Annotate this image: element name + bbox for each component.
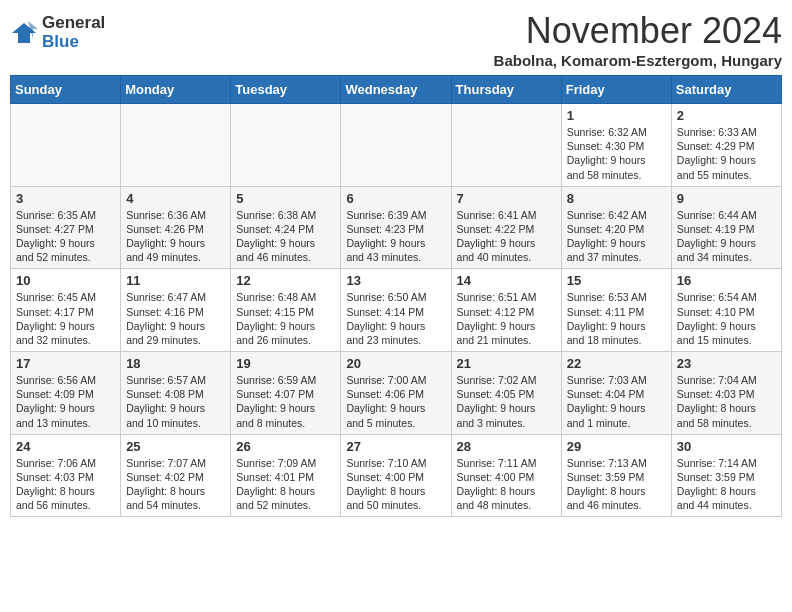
day-number: 2: [677, 108, 776, 123]
calendar-week-5: 24Sunrise: 7:06 AM Sunset: 4:03 PM Dayli…: [11, 434, 782, 517]
calendar-cell: 15Sunrise: 6:53 AM Sunset: 4:11 PM Dayli…: [561, 269, 671, 352]
day-info: Sunrise: 6:47 AM Sunset: 4:16 PM Dayligh…: [126, 290, 225, 347]
weekday-header-monday: Monday: [121, 76, 231, 104]
day-info: Sunrise: 6:38 AM Sunset: 4:24 PM Dayligh…: [236, 208, 335, 265]
month-title: November 2024: [494, 10, 782, 52]
calendar-cell: 23Sunrise: 7:04 AM Sunset: 4:03 PM Dayli…: [671, 352, 781, 435]
weekday-header-friday: Friday: [561, 76, 671, 104]
day-number: 20: [346, 356, 445, 371]
logo-icon: [10, 19, 38, 47]
page-header: General Blue November 2024 Babolna, Koma…: [10, 10, 782, 69]
weekday-header-tuesday: Tuesday: [231, 76, 341, 104]
calendar-cell: [11, 104, 121, 187]
day-info: Sunrise: 6:45 AM Sunset: 4:17 PM Dayligh…: [16, 290, 115, 347]
calendar-cell: [231, 104, 341, 187]
calendar-cell: 16Sunrise: 6:54 AM Sunset: 4:10 PM Dayli…: [671, 269, 781, 352]
calendar-cell: [121, 104, 231, 187]
day-info: Sunrise: 6:44 AM Sunset: 4:19 PM Dayligh…: [677, 208, 776, 265]
calendar-cell: 8Sunrise: 6:42 AM Sunset: 4:20 PM Daylig…: [561, 186, 671, 269]
calendar-cell: 18Sunrise: 6:57 AM Sunset: 4:08 PM Dayli…: [121, 352, 231, 435]
calendar-cell: 2Sunrise: 6:33 AM Sunset: 4:29 PM Daylig…: [671, 104, 781, 187]
calendar-cell: 10Sunrise: 6:45 AM Sunset: 4:17 PM Dayli…: [11, 269, 121, 352]
day-number: 19: [236, 356, 335, 371]
weekday-header-thursday: Thursday: [451, 76, 561, 104]
day-info: Sunrise: 7:13 AM Sunset: 3:59 PM Dayligh…: [567, 456, 666, 513]
day-info: Sunrise: 6:54 AM Sunset: 4:10 PM Dayligh…: [677, 290, 776, 347]
day-number: 10: [16, 273, 115, 288]
day-info: Sunrise: 6:57 AM Sunset: 4:08 PM Dayligh…: [126, 373, 225, 430]
calendar-cell: 22Sunrise: 7:03 AM Sunset: 4:04 PM Dayli…: [561, 352, 671, 435]
calendar-cell: 7Sunrise: 6:41 AM Sunset: 4:22 PM Daylig…: [451, 186, 561, 269]
day-info: Sunrise: 6:41 AM Sunset: 4:22 PM Dayligh…: [457, 208, 556, 265]
calendar-cell: [451, 104, 561, 187]
day-info: Sunrise: 6:53 AM Sunset: 4:11 PM Dayligh…: [567, 290, 666, 347]
day-number: 1: [567, 108, 666, 123]
calendar-table: SundayMondayTuesdayWednesdayThursdayFrid…: [10, 75, 782, 517]
day-info: Sunrise: 7:07 AM Sunset: 4:02 PM Dayligh…: [126, 456, 225, 513]
calendar-week-3: 10Sunrise: 6:45 AM Sunset: 4:17 PM Dayli…: [11, 269, 782, 352]
day-number: 17: [16, 356, 115, 371]
calendar-cell: 5Sunrise: 6:38 AM Sunset: 4:24 PM Daylig…: [231, 186, 341, 269]
day-info: Sunrise: 7:11 AM Sunset: 4:00 PM Dayligh…: [457, 456, 556, 513]
day-number: 9: [677, 191, 776, 206]
day-number: 8: [567, 191, 666, 206]
calendar-cell: 28Sunrise: 7:11 AM Sunset: 4:00 PM Dayli…: [451, 434, 561, 517]
day-number: 18: [126, 356, 225, 371]
day-number: 6: [346, 191, 445, 206]
day-info: Sunrise: 7:14 AM Sunset: 3:59 PM Dayligh…: [677, 456, 776, 513]
calendar-cell: 12Sunrise: 6:48 AM Sunset: 4:15 PM Dayli…: [231, 269, 341, 352]
calendar-week-2: 3Sunrise: 6:35 AM Sunset: 4:27 PM Daylig…: [11, 186, 782, 269]
day-info: Sunrise: 7:04 AM Sunset: 4:03 PM Dayligh…: [677, 373, 776, 430]
day-number: 21: [457, 356, 556, 371]
day-info: Sunrise: 7:02 AM Sunset: 4:05 PM Dayligh…: [457, 373, 556, 430]
day-number: 15: [567, 273, 666, 288]
calendar-cell: 26Sunrise: 7:09 AM Sunset: 4:01 PM Dayli…: [231, 434, 341, 517]
calendar-cell: 29Sunrise: 7:13 AM Sunset: 3:59 PM Dayli…: [561, 434, 671, 517]
day-number: 23: [677, 356, 776, 371]
day-info: Sunrise: 6:48 AM Sunset: 4:15 PM Dayligh…: [236, 290, 335, 347]
day-number: 27: [346, 439, 445, 454]
day-info: Sunrise: 7:06 AM Sunset: 4:03 PM Dayligh…: [16, 456, 115, 513]
calendar-cell: 1Sunrise: 6:32 AM Sunset: 4:30 PM Daylig…: [561, 104, 671, 187]
calendar-cell: 9Sunrise: 6:44 AM Sunset: 4:19 PM Daylig…: [671, 186, 781, 269]
day-number: 14: [457, 273, 556, 288]
day-info: Sunrise: 6:35 AM Sunset: 4:27 PM Dayligh…: [16, 208, 115, 265]
day-info: Sunrise: 7:10 AM Sunset: 4:00 PM Dayligh…: [346, 456, 445, 513]
day-info: Sunrise: 6:59 AM Sunset: 4:07 PM Dayligh…: [236, 373, 335, 430]
logo: General Blue: [10, 14, 105, 51]
calendar-cell: 21Sunrise: 7:02 AM Sunset: 4:05 PM Dayli…: [451, 352, 561, 435]
day-info: Sunrise: 6:42 AM Sunset: 4:20 PM Dayligh…: [567, 208, 666, 265]
calendar-cell: 13Sunrise: 6:50 AM Sunset: 4:14 PM Dayli…: [341, 269, 451, 352]
calendar-week-1: 1Sunrise: 6:32 AM Sunset: 4:30 PM Daylig…: [11, 104, 782, 187]
calendar-cell: 4Sunrise: 6:36 AM Sunset: 4:26 PM Daylig…: [121, 186, 231, 269]
calendar-cell: 19Sunrise: 6:59 AM Sunset: 4:07 PM Dayli…: [231, 352, 341, 435]
day-info: Sunrise: 6:33 AM Sunset: 4:29 PM Dayligh…: [677, 125, 776, 182]
logo-general: General: [42, 13, 105, 32]
calendar-cell: 11Sunrise: 6:47 AM Sunset: 4:16 PM Dayli…: [121, 269, 231, 352]
location-subtitle: Babolna, Komarom-Esztergom, Hungary: [494, 52, 782, 69]
calendar-cell: 30Sunrise: 7:14 AM Sunset: 3:59 PM Dayli…: [671, 434, 781, 517]
title-block: November 2024 Babolna, Komarom-Esztergom…: [494, 10, 782, 69]
day-info: Sunrise: 6:51 AM Sunset: 4:12 PM Dayligh…: [457, 290, 556, 347]
day-info: Sunrise: 6:39 AM Sunset: 4:23 PM Dayligh…: [346, 208, 445, 265]
calendar-cell: 6Sunrise: 6:39 AM Sunset: 4:23 PM Daylig…: [341, 186, 451, 269]
day-number: 13: [346, 273, 445, 288]
calendar-cell: 25Sunrise: 7:07 AM Sunset: 4:02 PM Dayli…: [121, 434, 231, 517]
day-number: 12: [236, 273, 335, 288]
day-number: 25: [126, 439, 225, 454]
day-number: 24: [16, 439, 115, 454]
day-number: 28: [457, 439, 556, 454]
calendar-cell: 17Sunrise: 6:56 AM Sunset: 4:09 PM Dayli…: [11, 352, 121, 435]
day-number: 26: [236, 439, 335, 454]
day-info: Sunrise: 6:32 AM Sunset: 4:30 PM Dayligh…: [567, 125, 666, 182]
day-number: 7: [457, 191, 556, 206]
day-info: Sunrise: 6:56 AM Sunset: 4:09 PM Dayligh…: [16, 373, 115, 430]
calendar-cell: 3Sunrise: 6:35 AM Sunset: 4:27 PM Daylig…: [11, 186, 121, 269]
weekday-header-saturday: Saturday: [671, 76, 781, 104]
day-number: 11: [126, 273, 225, 288]
calendar-cell: 20Sunrise: 7:00 AM Sunset: 4:06 PM Dayli…: [341, 352, 451, 435]
weekday-header-wednesday: Wednesday: [341, 76, 451, 104]
calendar-cell: [341, 104, 451, 187]
weekday-header-sunday: Sunday: [11, 76, 121, 104]
calendar-week-4: 17Sunrise: 6:56 AM Sunset: 4:09 PM Dayli…: [11, 352, 782, 435]
